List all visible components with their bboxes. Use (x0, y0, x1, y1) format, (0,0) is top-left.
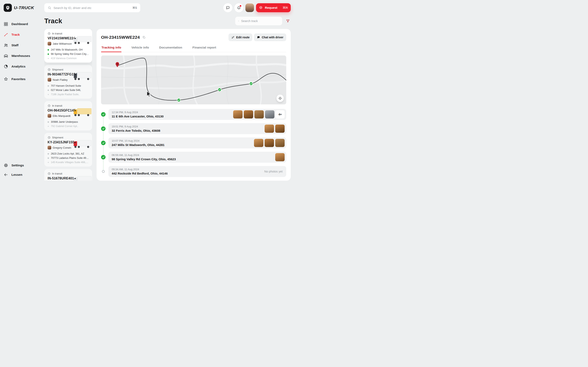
timeline-row[interactable]: 12:34 PM, 9 Aug 2024 11 E 6th Ave Lancas… (108, 109, 286, 120)
timeline-row[interactable]: 19:01 PM, 9 Aug 2024 32 Ferris Ave Toled… (108, 123, 286, 134)
photo-thumbnail[interactable] (265, 110, 274, 118)
stop: 145 Kuvalis Villages Suite 466, AZ (48, 161, 89, 164)
sidebar-item-track[interactable]: Track (0, 29, 44, 40)
photo-thumbnail[interactable] (275, 139, 285, 147)
track-search[interactable] (235, 17, 282, 25)
timeline-row[interactable]: 06:59 AM, 11 Aug 2024 98 Spring Valley R… (108, 152, 286, 163)
edit-route-button[interactable]: Edit route (228, 33, 252, 41)
sidebar-item-analytics[interactable]: Analytics (0, 61, 44, 72)
detail-shipment-id: OH-23415WWE224 (101, 35, 140, 40)
sidebar-item-label: Track (11, 33, 20, 36)
shipment-card[interactable]: Shipment IN-9034677ZFG154 Noah Flatley 7… (44, 65, 92, 99)
status-clock-icon (48, 136, 51, 139)
driver-avatar (48, 42, 51, 45)
track-icon (4, 33, 8, 37)
shipment-card[interactable]: In transit IN-51678URE401 Jake Williamso… (44, 169, 92, 181)
dashboard-icon (4, 22, 8, 26)
messages-button[interactable] (223, 3, 232, 12)
shipment-status: Shipment (52, 136, 63, 139)
sidebar-item-staff[interactable]: Staff (0, 40, 44, 50)
status-clock-icon (48, 32, 51, 35)
stop-dot (48, 121, 49, 123)
timeline-row[interactable]: 09:34 AM, 11 Aug 2024 442 Rockside Rd Be… (108, 166, 286, 177)
timeline-pending-icon (102, 170, 105, 173)
filter-icon (286, 19, 290, 23)
sidebar-collapse[interactable]: Lessen (0, 170, 44, 179)
shield-logo-icon (4, 4, 12, 12)
shipment-card[interactable]: In transit OH-96415GFC145 Ellis Marquard… (44, 101, 92, 131)
timeline-address: 98 Spring Valley Rd Crown City, Ohio, 45… (112, 157, 176, 161)
sidebar-item-label: Dashboard (11, 22, 28, 26)
global-search[interactable]: ⌘S (44, 3, 140, 12)
driver-name: Jake Williamson (53, 42, 72, 45)
sidebar-item-warehouses[interactable]: Warehouses (0, 50, 44, 61)
shipment-status: Shipment (52, 68, 63, 71)
photo-thumbnail[interactable] (265, 125, 274, 133)
request-button[interactable]: Request ⌘R (256, 3, 291, 12)
tab-documentation[interactable]: Documentation (159, 46, 183, 52)
sidebar-item-dashboard[interactable]: Dashboard (0, 19, 44, 29)
timeline-time: 19:01 PM, 9 Aug 2024 (112, 125, 160, 128)
timeline-address: 442 Rockside Rd Bedford, Ohio, 44146 (112, 172, 168, 175)
shipment-status: In transit (52, 104, 62, 107)
stop-address: 145 Kuvalis Villages Suite 466, AZ (51, 161, 89, 164)
photo-thumbnail[interactable] (233, 110, 242, 118)
photo-thumbnail[interactable] (244, 110, 253, 118)
status-clock-icon (48, 68, 51, 71)
search-icon (48, 6, 52, 10)
body-row: In transit VF23415WWE224 Jake Williamson… (44, 29, 291, 181)
shipment-list: In transit VF23415WWE224 Jake Williamson… (44, 29, 92, 181)
copy-id-button[interactable] (142, 35, 146, 39)
star-icon (4, 77, 8, 81)
timeline-item: 12:34 PM, 9 Aug 2024 11 E 6th Ave Lancas… (101, 109, 286, 120)
photo-thumbnail[interactable] (254, 110, 264, 118)
copy-icon (142, 36, 146, 39)
timeline-row[interactable]: 10:07 PM, 10 Aug 2024 247 Mills St Wadsw… (108, 137, 286, 149)
arrow-left-icon (4, 173, 8, 177)
notifications-button[interactable] (234, 3, 243, 12)
request-shortcut: ⌘R (283, 6, 288, 9)
stop-dot (48, 85, 49, 87)
edit-route-icon (231, 36, 234, 39)
brand-logo[interactable]: U-TRUCK (0, 3, 44, 12)
stop-address: 419 Vanessa Common (51, 57, 77, 60)
tab-tracking-info[interactable]: Tracking info (101, 46, 121, 52)
chat-with-driver-label: Chat with driver (262, 36, 283, 39)
stop: 98 Spring Valley Rd Crown City, OH (48, 53, 89, 55)
global-search-input[interactable] (53, 6, 130, 9)
chat-icon (257, 36, 260, 39)
track-search-input[interactable] (241, 19, 279, 23)
sidebar-item-settings[interactable]: Settings (0, 161, 44, 170)
sidebar-item-label: Warehouses (11, 54, 30, 58)
route-map[interactable] (101, 55, 286, 104)
sidebar-item-favorites[interactable]: Favorites (0, 74, 44, 84)
timeline-photos (265, 125, 285, 133)
stop: 2623 Zoie Locks Apt. 381, AZ (48, 152, 89, 155)
tab-financial-report[interactable]: Financial report (192, 46, 216, 52)
page-head: Track (44, 17, 291, 25)
page-title: Track (44, 17, 62, 25)
shipment-card[interactable]: Shipment KY-23415JNF155 Gregory Corwin 2… (44, 133, 92, 167)
stop-dot (48, 58, 49, 59)
timeline: 12:34 PM, 9 Aug 2024 11 E 6th Ave Lancas… (101, 109, 286, 178)
sidebar-nav: Dashboard Track Staff Warehouses Analyti… (0, 19, 44, 84)
photo-thumbnail[interactable] (275, 125, 285, 133)
stop-dot (48, 157, 49, 159)
user-avatar[interactable] (245, 3, 254, 12)
photo-thumbnail[interactable] (254, 139, 263, 147)
photo-thumbnail[interactable] (265, 139, 274, 147)
more-photos-badge[interactable]: 4+ (276, 110, 285, 118)
timeline-time: 06:59 AM, 11 Aug 2024 (112, 154, 176, 157)
driver-avatar (48, 114, 51, 118)
stop: 30986 Jamir Underpass (48, 120, 89, 123)
locate-button[interactable] (277, 95, 284, 102)
chat-with-driver-button[interactable]: Chat with driver (254, 33, 286, 41)
photo-thumbnail[interactable] (275, 153, 285, 161)
stop: 247 Mills St Wadsworth, OH (48, 48, 89, 51)
timeline-item: 19:01 PM, 9 Aug 2024 32 Ferris Ave Toled… (101, 123, 286, 134)
driver-name: Ellis Marquardt (53, 114, 70, 117)
filter-button[interactable] (285, 18, 291, 24)
tab-vehicle-info[interactable]: Vehicle info (131, 46, 149, 52)
shipment-card[interactable]: In transit VF23415WWE224 Jake Williamson… (44, 29, 92, 63)
topbar-actions: Request ⌘R (223, 3, 291, 12)
